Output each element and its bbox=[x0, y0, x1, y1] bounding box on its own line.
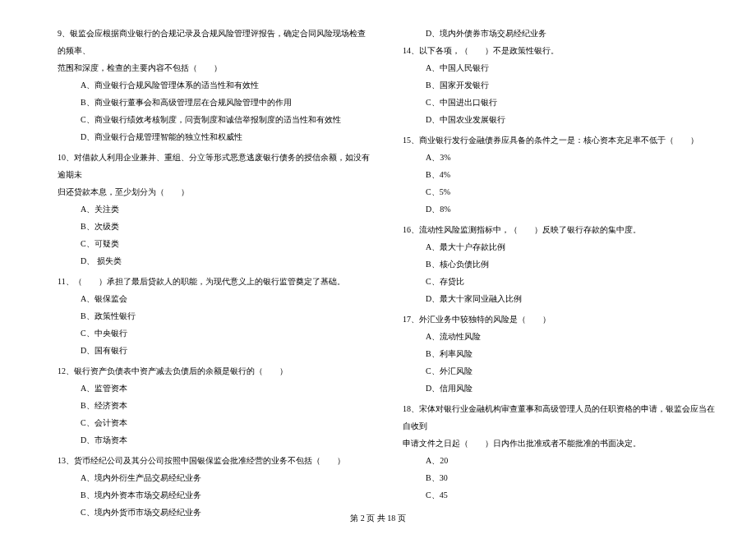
option-a: A、中国人民银行 bbox=[403, 59, 715, 76]
left-column: 9、银监会应根据商业银行的合规记录及合规风险管理评报告，确定合同风险现场检查的频… bbox=[58, 25, 370, 524]
question-9: 9、银监会应根据商业银行的合规记录及合规风险管理评报告，确定合同风险现场检查的频… bbox=[58, 25, 370, 145]
question-text: 18、宋体对银行业金融机构审查董事和高级管理人员的任职资格的申请，银监会应当在自… bbox=[403, 400, 715, 435]
question-16: 16、流动性风险监测指标中，（ ）反映了银行存款的集中度。 A、最大十户存款比例… bbox=[403, 221, 715, 307]
option-a: A、最大十户存款比例 bbox=[403, 238, 715, 255]
option-b: B、商业银行董事会和高级管理层在合规风险管理中的作用 bbox=[58, 94, 370, 111]
option-d: D、商业银行合规管理智能的独立性和权威性 bbox=[58, 128, 370, 145]
option-c: C、外汇风险 bbox=[403, 362, 715, 380]
question-text: 11、（ ）承担了最后贷款人的职能，为现代意义上的银行监管奠定了基础。 bbox=[58, 273, 370, 290]
option-b: B、4% bbox=[403, 166, 715, 183]
right-column: D、境内外债券市场交易经纪业务 14、以下各项，（ ）不是政策性银行。 A、中国… bbox=[403, 25, 715, 524]
option-a: A、20 bbox=[403, 452, 715, 469]
option-d: D、境内外债券市场交易经纪业务 bbox=[403, 25, 715, 42]
option-d: D、中国农业发展银行 bbox=[403, 111, 715, 128]
question-18: 18、宋体对银行业金融机构审查董事和高级管理人员的任职资格的申请，银监会应当在自… bbox=[403, 400, 715, 504]
option-d: D、市场资本 bbox=[58, 431, 370, 449]
option-a: A、3% bbox=[403, 149, 715, 166]
option-c: C、存贷比 bbox=[403, 273, 715, 290]
page-footer: 第 2 页 共 18 页 bbox=[0, 513, 756, 524]
question-text: 10、对借款人利用企业兼并、重组、分立等形式恶意逃废银行债务的授信余额，如没有逾… bbox=[58, 149, 370, 183]
question-text: 14、以下各项，（ ）不是政策性银行。 bbox=[403, 42, 715, 59]
option-c: C、会计资本 bbox=[58, 414, 370, 431]
option-d: D、信用风险 bbox=[403, 380, 715, 397]
question-15: 15、商业银行发行金融债券应具备的条件之一是：核心资本充足率不低于（ ） A、3… bbox=[403, 131, 715, 218]
question-13: 13、货币经纪公司及其分公司按照中国银保监会批准经营的业务不包括（ ） A、境内… bbox=[58, 452, 370, 521]
option-b: B、次级类 bbox=[58, 218, 370, 235]
option-c: C、商业银行绩效考核制度，问责制度和诚信举报制度的适当性和有效性 bbox=[58, 111, 370, 128]
option-a: A、境内外衍生产品交易经纪业务 bbox=[58, 469, 370, 486]
option-c: C、中央银行 bbox=[58, 325, 370, 342]
option-a: A、流动性风险 bbox=[403, 328, 715, 345]
question-text-cont: 范围和深度，检查的主要内容不包括（ ） bbox=[58, 59, 370, 76]
question-14: 14、以下各项，（ ）不是政策性银行。 A、中国人民银行 B、国家开发银行 C、… bbox=[403, 42, 715, 128]
question-12: 12、银行资产负债表中资产减去负债后的余额是银行的（ ） A、监管资本 B、经济… bbox=[58, 362, 370, 449]
option-b: B、政策性银行 bbox=[58, 307, 370, 325]
question-text: 16、流动性风险监测指标中，（ ）反映了银行存款的集中度。 bbox=[403, 221, 715, 238]
question-17: 17、外汇业务中较独特的风险是（ ） A、流动性风险 B、利率风险 C、外汇风险… bbox=[403, 311, 715, 397]
question-text-cont: 归还贷款本息，至少划分为（ ） bbox=[58, 183, 370, 200]
question-text: 12、银行资产负债表中资产减去负债后的余额是银行的（ ） bbox=[58, 362, 370, 380]
option-b: B、经济资本 bbox=[58, 397, 370, 414]
option-a: A、关注类 bbox=[58, 200, 370, 218]
option-d: D、最大十家同业融入比例 bbox=[403, 290, 715, 307]
question-text: 15、商业银行发行金融债券应具备的条件之一是：核心资本充足率不低于（ ） bbox=[403, 131, 715, 149]
option-c: C、可疑类 bbox=[58, 235, 370, 252]
option-c: C、中国进出口银行 bbox=[403, 94, 715, 111]
option-d: D、8% bbox=[403, 200, 715, 218]
page-content: 9、银监会应根据商业银行的合规记录及合规风险管理评报告，确定合同风险现场检查的频… bbox=[0, 0, 756, 534]
option-b: B、利率风险 bbox=[403, 345, 715, 362]
question-text-cont: 申请文件之日起（ ）日内作出批准或者不能批准的书面决定。 bbox=[403, 435, 715, 452]
option-c: C、5% bbox=[403, 183, 715, 200]
option-b: B、境内外资本市场交易经纪业务 bbox=[58, 486, 370, 504]
option-b: B、核心负债比例 bbox=[403, 255, 715, 273]
option-d: D、国有银行 bbox=[58, 342, 370, 359]
option-d: D、 损失类 bbox=[58, 252, 370, 269]
option-c: C、45 bbox=[403, 486, 715, 504]
option-b: B、30 bbox=[403, 469, 715, 486]
option-a: A、银保监会 bbox=[58, 290, 370, 307]
question-text: 13、货币经纪公司及其分公司按照中国银保监会批准经营的业务不包括（ ） bbox=[58, 452, 370, 469]
question-10: 10、对借款人利用企业兼并、重组、分立等形式恶意逃废银行债务的授信余额，如没有逾… bbox=[58, 149, 370, 269]
question-text: 9、银监会应根据商业银行的合规记录及合规风险管理评报告，确定合同风险现场检查的频… bbox=[58, 25, 370, 59]
option-a: A、监管资本 bbox=[58, 380, 370, 397]
question-text: 17、外汇业务中较独特的风险是（ ） bbox=[403, 311, 715, 328]
option-a: A、商业银行合规风险管理体系的适当性和有效性 bbox=[58, 76, 370, 94]
question-11: 11、（ ）承担了最后贷款人的职能，为现代意义上的银行监管奠定了基础。 A、银保… bbox=[58, 273, 370, 359]
option-b: B、国家开发银行 bbox=[403, 76, 715, 94]
